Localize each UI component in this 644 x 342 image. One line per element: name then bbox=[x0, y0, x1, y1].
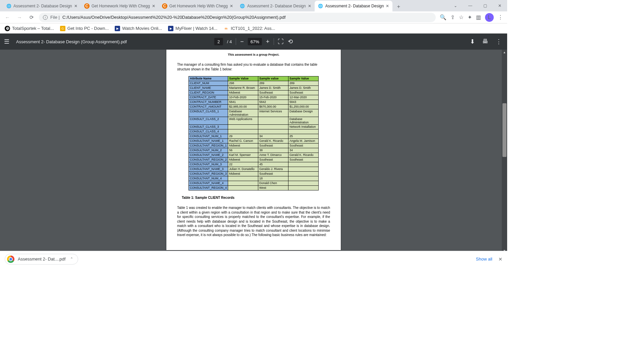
reload-button[interactable]: ⟳ bbox=[27, 13, 36, 22]
page-total: 4 bbox=[227, 39, 232, 44]
value-cell: $2,985,00.00 bbox=[228, 105, 258, 109]
close-icon[interactable]: ✕ bbox=[386, 4, 389, 8]
hamburger-icon[interactable]: ☰ bbox=[4, 38, 9, 45]
browser-tab-active[interactable]: 🌐 Assessment 2- Database Design ✕ bbox=[315, 1, 393, 11]
close-window-icon[interactable]: ✕ bbox=[492, 0, 507, 11]
browser-tab[interactable]: C Get Homework Help With Chegg ✕ bbox=[159, 1, 236, 11]
value-cell: Gerald K. Ricardo bbox=[288, 153, 319, 158]
attr-cell: CLIENT_REGION bbox=[189, 91, 228, 95]
download-icon[interactable]: ⬇ bbox=[470, 38, 475, 45]
minimize-icon[interactable]: — bbox=[463, 0, 478, 11]
new-tab-button[interactable]: + bbox=[394, 2, 403, 11]
value-cell: Gerald K. Ricardo bbox=[258, 139, 288, 144]
close-icon[interactable]: ✕ bbox=[74, 4, 77, 8]
close-icon[interactable]: ✕ bbox=[308, 4, 311, 8]
scroll-thumb[interactable] bbox=[502, 103, 506, 157]
browser-tab[interactable]: C Get Homework Help With Chegg ✕ bbox=[81, 1, 159, 11]
value-cell bbox=[288, 129, 319, 134]
bookmark-label: ICT101_1_2022: Ass... bbox=[231, 26, 275, 31]
chevron-up-icon[interactable]: ⌃ bbox=[70, 257, 73, 261]
table-row: CLIENT_REGIONMidwestSoutheastSoutheast bbox=[189, 91, 318, 95]
bookmark-label: MyFlixer | Watch 14... bbox=[175, 26, 217, 31]
page-input[interactable] bbox=[214, 38, 223, 45]
pdf-viewer[interactable]: This assessment is a group Project. The … bbox=[0, 50, 507, 253]
value-cell: Southeast bbox=[288, 144, 319, 148]
scrollbar[interactable]: ▲ ▼ bbox=[502, 50, 507, 253]
rotate-icon[interactable]: ⟲ bbox=[288, 38, 293, 45]
zoom-level[interactable]: 67% bbox=[248, 38, 262, 45]
table-row: CONSULTANT_REGION_3MidwestSoutheast bbox=[189, 172, 318, 176]
close-icon[interactable]: ✕ bbox=[230, 4, 233, 8]
attr-cell: CONSULTANT_NAME_1 bbox=[189, 139, 228, 144]
value-cell bbox=[288, 172, 319, 176]
value-cell: 56 bbox=[228, 148, 258, 153]
data-table: Attribute Name Sample Value Sample value… bbox=[189, 76, 319, 190]
value-cell bbox=[228, 125, 258, 129]
star-icon[interactable]: ☆ bbox=[459, 14, 464, 20]
table-header: Sample Value bbox=[288, 76, 319, 81]
print-icon[interactable]: 🖶 bbox=[482, 38, 488, 45]
table-row: CONSULTANT_REGION_4West bbox=[189, 186, 318, 190]
more-icon[interactable]: ⋮ bbox=[496, 38, 502, 45]
show-all-link[interactable]: Show all bbox=[476, 256, 492, 262]
value-cell: Geraldo J. Rivera bbox=[258, 167, 288, 172]
value-cell: James D. Smith bbox=[258, 86, 288, 91]
table-header: Sample Value bbox=[228, 76, 258, 81]
forward-button[interactable]: → bbox=[15, 13, 24, 22]
close-icon[interactable]: ✕ bbox=[152, 4, 155, 8]
bookmark-item[interactable]: ▶Watch Movies Onli... bbox=[115, 26, 162, 31]
value-cell: Internet Services bbox=[258, 109, 288, 117]
zoom-icon[interactable]: 🔍 bbox=[440, 14, 446, 20]
value-cell: Network Installation bbox=[288, 125, 319, 129]
value-cell: Angela M. Jamison bbox=[288, 139, 319, 144]
sidepanel-icon[interactable]: ▥ bbox=[476, 14, 481, 20]
table-row: CLIENT_NAMEMarianne R. BrownJames D. Smi… bbox=[189, 86, 318, 91]
doc-heading: This assessment is a group Project. bbox=[177, 53, 330, 56]
bookmark-item[interactable]: ⚽TotalSportek – Total... bbox=[5, 26, 54, 31]
bookmark-item[interactable]: mICT101_1_2022: Ass... bbox=[223, 26, 275, 31]
value-cell: Southeast bbox=[258, 172, 288, 176]
browser-tabstrip: 🌐 Assessment 2- Database Design ✕ C Get … bbox=[0, 0, 507, 11]
close-shelf-icon[interactable]: ✕ bbox=[498, 256, 502, 262]
back-button[interactable]: ← bbox=[3, 13, 12, 22]
fit-page-icon[interactable]: ⛶ bbox=[278, 38, 284, 45]
attr-cell: CONSULTANT_NUM_2 bbox=[189, 148, 228, 153]
attr-cell: CONSULT_CLASS_2 bbox=[189, 117, 228, 125]
tab-title: Assessment 2- Database Design bbox=[13, 4, 72, 8]
value-cell: 5843 bbox=[288, 100, 319, 105]
doc-intro: The manager of a consulting firm has ask… bbox=[177, 62, 330, 71]
value-cell bbox=[228, 129, 258, 134]
chegg-icon: C bbox=[84, 3, 90, 9]
menu-icon[interactable]: ⋮ bbox=[498, 14, 503, 20]
bookmark-item[interactable]: GGet Into PC - Down... bbox=[60, 26, 109, 31]
table-row: CONSULTANT_REGION_1MidwestSoutheastSouth… bbox=[189, 144, 318, 148]
value-cell: Database Administration bbox=[288, 117, 319, 125]
info-icon[interactable]: i bbox=[43, 15, 48, 20]
table-row: CLIENT_NUM298289289 bbox=[189, 81, 318, 86]
zoom-out-button[interactable]: − bbox=[240, 38, 244, 45]
table-row: CONSULTANT_NAME_3Julian H. DonatelloGera… bbox=[189, 167, 318, 172]
site-icon: ▶ bbox=[168, 26, 173, 31]
browser-tab[interactable]: 🌐 Assessment 2- Database Design ✕ bbox=[3, 1, 81, 11]
value-cell bbox=[228, 181, 258, 186]
profile-avatar[interactable]: L bbox=[485, 13, 494, 22]
extensions-icon[interactable]: ✦ bbox=[468, 14, 472, 20]
browser-tab[interactable]: 🌐 Assessment 2- Database Design ✕ bbox=[236, 1, 315, 11]
value-cell bbox=[228, 186, 258, 190]
bookmark-item[interactable]: ▶MyFlixer | Watch 14... bbox=[168, 26, 217, 31]
chevron-down-icon[interactable]: ⌄ bbox=[448, 0, 463, 11]
zoom-in-button[interactable]: + bbox=[266, 38, 270, 45]
value-cell bbox=[228, 176, 258, 181]
table-row: CONTRACT_AMOUNT$2,985,00.00$670,300.00$1… bbox=[189, 105, 318, 109]
value-cell: Southeast bbox=[258, 158, 288, 162]
omnibox[interactable]: i File | C:/Users/Asus/OneDrive/Desktop/… bbox=[39, 13, 436, 22]
attr-cell: CLIENT_NAME bbox=[189, 86, 228, 91]
value-cell: Southeast bbox=[288, 158, 319, 162]
scroll-up-icon[interactable]: ▲ bbox=[502, 50, 507, 55]
value-cell: 289 bbox=[288, 81, 319, 86]
maximize-icon[interactable]: ▢ bbox=[478, 0, 492, 11]
share-icon[interactable]: ⇪ bbox=[450, 14, 455, 20]
value-cell: 5841 bbox=[228, 100, 258, 105]
download-item[interactable]: Assessment 2- Dat....pdf ⌃ bbox=[5, 254, 78, 265]
site-icon: ⚽ bbox=[5, 26, 10, 31]
